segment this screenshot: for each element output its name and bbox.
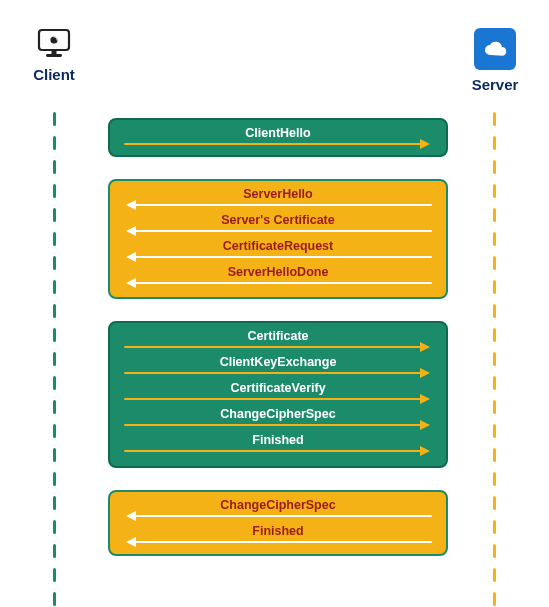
message-row: ServerHello xyxy=(122,187,434,213)
arrow-left-icon xyxy=(128,204,432,206)
desktop-icon xyxy=(14,28,94,60)
message-row: ClientKeyExchange xyxy=(122,355,434,381)
arrow-right-icon xyxy=(124,424,428,426)
participant-client: Client xyxy=(14,28,94,83)
message-row: Certificate xyxy=(122,329,434,355)
message-label: CertificateRequest xyxy=(122,239,434,253)
cloud-icon xyxy=(474,28,516,70)
message-label: Finished xyxy=(122,524,434,538)
message-label: ServerHello xyxy=(122,187,434,201)
arrow-right-icon xyxy=(124,398,428,400)
message-row: ChangeCipherSpec xyxy=(122,498,434,524)
message-label: Server's Certificate xyxy=(122,213,434,227)
arrow-left-icon xyxy=(128,256,432,258)
participant-client-label: Client xyxy=(14,66,94,83)
svg-rect-3 xyxy=(46,54,62,57)
message-label: Certificate xyxy=(122,329,434,343)
arrow-right-icon xyxy=(124,372,428,374)
message-label: Finished xyxy=(122,433,434,447)
message-label: ChangeCipherSpec xyxy=(122,498,434,512)
message-group-client-0: ClientHello xyxy=(108,118,448,157)
sequence-diagram: Client Server ClientHelloServerHelloServ… xyxy=(0,0,549,607)
message-label: ClientKeyExchange xyxy=(122,355,434,369)
participant-server-label: Server xyxy=(455,76,535,93)
svg-rect-2 xyxy=(52,50,57,54)
arrow-right-icon xyxy=(124,450,428,452)
arrow-left-icon xyxy=(128,282,432,284)
message-group-client-2: CertificateClientKeyExchangeCertificateV… xyxy=(108,321,448,468)
participant-server: Server xyxy=(455,28,535,93)
message-row: ClientHello xyxy=(122,126,434,152)
arrow-left-icon xyxy=(128,230,432,232)
arrow-left-icon xyxy=(128,541,432,543)
message-label: ChangeCipherSpec xyxy=(122,407,434,421)
message-label: CertificateVerify xyxy=(122,381,434,395)
message-row: Server's Certificate xyxy=(122,213,434,239)
message-label: ClientHello xyxy=(122,126,434,140)
message-row: CertificateVerify xyxy=(122,381,434,407)
message-row: CertificateRequest xyxy=(122,239,434,265)
arrow-right-icon xyxy=(124,346,428,348)
arrow-right-icon xyxy=(124,143,428,145)
message-label: ServerHelloDone xyxy=(122,265,434,279)
message-group-server-3: ChangeCipherSpecFinished xyxy=(108,490,448,556)
message-row: Finished xyxy=(122,433,434,459)
arrow-left-icon xyxy=(128,515,432,517)
message-row: ChangeCipherSpec xyxy=(122,407,434,433)
message-row: Finished xyxy=(122,524,434,550)
message-row: ServerHelloDone xyxy=(122,265,434,291)
message-group-server-1: ServerHelloServer's CertificateCertifica… xyxy=(108,179,448,299)
